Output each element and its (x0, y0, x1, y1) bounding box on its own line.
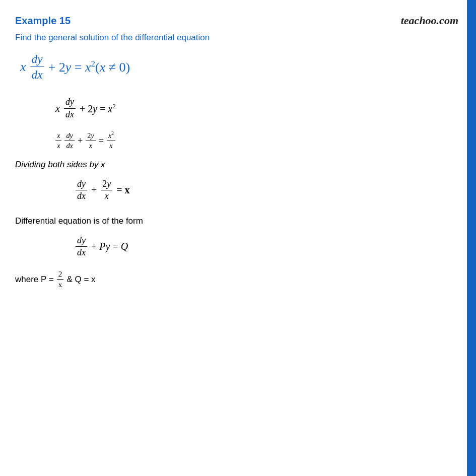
standard-form-equation: dy dx + Py = Q (76, 235, 456, 258)
frac-dy-dx-step2: dy dx (64, 131, 75, 151)
dividing-note: Dividing both sides by x (15, 160, 456, 170)
main-equation: x dy dx + 2y = x2(x ≠ 0) (20, 52, 456, 82)
frac-2y-x: 2y x (86, 131, 96, 151)
logo-text: teachoo.com (401, 14, 458, 27)
step3-equation: dy dx + 2y x = x (76, 179, 456, 202)
step1-equation: x dy dx + 2y = x2 (55, 97, 456, 120)
page-container: teachoo.com Example 15 Find the general … (0, 0, 476, 476)
where-line: where P = 2 x & Q = x (15, 269, 456, 290)
logo: teachoo.com (401, 14, 458, 27)
step2-equation: x x dy dx + 2y x = x2 x (55, 131, 456, 150)
frac-2y-x-step3: 2y x (101, 179, 112, 202)
problem-statement: Find the general solution of the differe… (15, 33, 456, 43)
frac-dy-dx-standard: dy dx (76, 235, 87, 258)
frac-dy-dx-step3: dy dx (76, 179, 87, 202)
frac-x-over-x: x x (55, 131, 61, 151)
side-bar (467, 0, 476, 476)
example-title: Example 15 (15, 15, 456, 27)
frac-step1: dy dx (64, 97, 76, 120)
diff-eq-form-text: Differential equation is of the form (15, 216, 456, 226)
frac-dy-dx-main: dy dx (30, 52, 44, 82)
frac-2-x-where: 2 x (57, 269, 64, 290)
frac-x2-x: x2 x (107, 131, 115, 150)
